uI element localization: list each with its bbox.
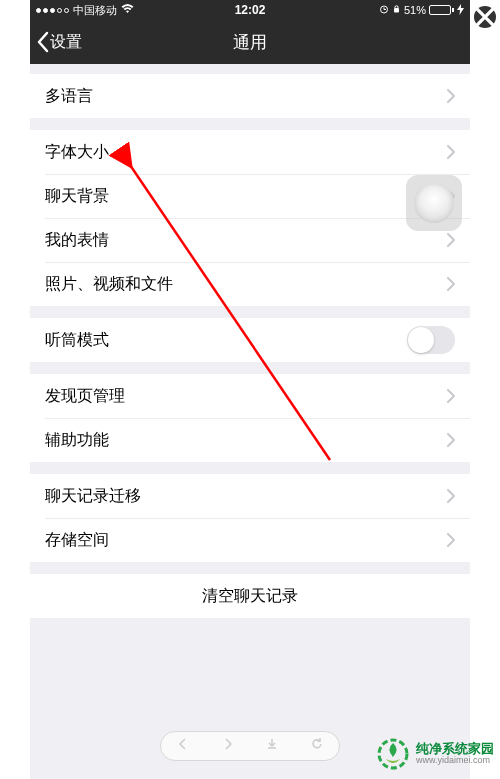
group-management: 发现页管理 辅助功能: [30, 374, 470, 462]
cell-photos-videos-files[interactable]: 照片、视频和文件: [30, 262, 470, 306]
chevron-right-icon: [447, 233, 455, 247]
cell-discover-manage[interactable]: 发现页管理: [30, 374, 470, 418]
page-title: 通用: [30, 31, 470, 54]
cell-chat-background[interactable]: 聊天背景: [30, 174, 470, 218]
carrier-label: 中国移动: [73, 3, 117, 18]
cell-label: 聊天背景: [45, 186, 447, 207]
group-data: 聊天记录迁移 存储空间: [30, 474, 470, 562]
watermark-title: 纯净系统家园: [416, 742, 494, 756]
cell-label: 我的表情: [45, 230, 447, 251]
cell-label: 存储空间: [45, 530, 447, 551]
assistive-touch-icon: [414, 183, 454, 223]
chevron-right-icon: [447, 89, 455, 103]
chevron-right-icon: [447, 533, 455, 547]
battery-icon: [429, 5, 454, 15]
chevron-right-icon: [447, 389, 455, 403]
group-appearance: 字体大小 聊天背景 我的表情 照片、视频和文件: [30, 130, 470, 306]
cell-label: 照片、视频和文件: [45, 274, 447, 295]
clock: 12:02: [235, 3, 266, 17]
lock-icon: [392, 4, 401, 16]
cell-my-stickers[interactable]: 我的表情: [30, 218, 470, 262]
alarm-icon: [379, 4, 389, 16]
download-icon[interactable]: [265, 737, 279, 755]
group-clear: 清空聊天记录: [30, 574, 470, 618]
svg-rect-1: [394, 8, 399, 13]
cell-label: 辅助功能: [45, 430, 447, 451]
status-bar: 中国移动 12:02 51%: [30, 0, 470, 20]
assistive-touch[interactable]: [406, 175, 462, 231]
cell-language[interactable]: 多语言: [30, 74, 470, 118]
chevron-right-icon: [447, 433, 455, 447]
viewer-toolbar: [160, 731, 340, 761]
group-language: 多语言: [30, 74, 470, 118]
chevron-right-icon: [447, 489, 455, 503]
refresh-icon[interactable]: [310, 737, 324, 755]
toggle-receiver-mode[interactable]: [407, 326, 455, 354]
watermark-url: www.yidaimei.com: [416, 756, 494, 766]
status-right: 51%: [265, 4, 464, 17]
chevron-right-icon: [447, 277, 455, 291]
cell-label: 听筒模式: [45, 330, 407, 351]
cell-clear-chat[interactable]: 清空聊天记录: [30, 574, 470, 618]
cell-receiver-mode[interactable]: 听筒模式: [30, 318, 470, 362]
close-button[interactable]: [474, 6, 496, 28]
phone-screen: 中国移动 12:02 51% 设置: [30, 0, 470, 779]
cell-label: 聊天记录迁移: [45, 486, 447, 507]
cell-accessibility[interactable]: 辅助功能: [30, 418, 470, 462]
cell-label: 字体大小: [45, 142, 447, 163]
cell-storage[interactable]: 存储空间: [30, 518, 470, 562]
cell-label: 多语言: [45, 86, 447, 107]
cell-label: 清空聊天记录: [202, 586, 298, 607]
cell-label: 发现页管理: [45, 386, 447, 407]
prev-icon[interactable]: [176, 737, 190, 755]
watermark-logo-icon: [376, 737, 410, 771]
charging-icon: [457, 4, 464, 17]
cell-chat-migration[interactable]: 聊天记录迁移: [30, 474, 470, 518]
wifi-icon: [121, 4, 134, 16]
chevron-right-icon: [447, 145, 455, 159]
watermark: 纯净系统家园 www.yidaimei.com: [376, 737, 494, 771]
nav-bar: 设置 通用: [30, 20, 470, 64]
status-left: 中国移动: [36, 3, 235, 18]
group-receiver: 听筒模式: [30, 318, 470, 362]
next-icon[interactable]: [221, 737, 235, 755]
battery-percent: 51%: [404, 4, 426, 16]
cell-font-size[interactable]: 字体大小: [30, 130, 470, 174]
signal-icon: [36, 8, 69, 13]
